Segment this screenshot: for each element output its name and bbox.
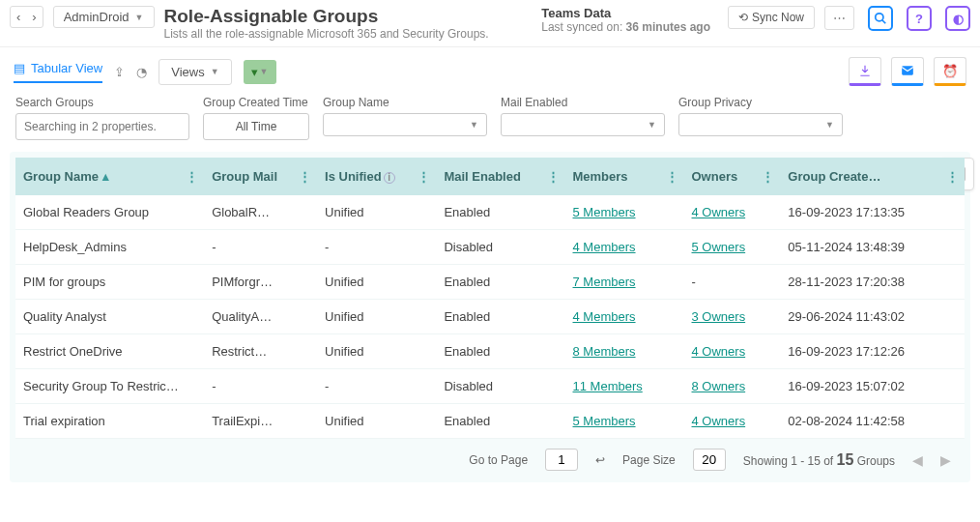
sync-title: Teams Data xyxy=(541,6,710,20)
download-icon xyxy=(858,64,872,77)
table-row[interactable]: HelpDesk_Admins--Disabled4 Members5 Owne… xyxy=(15,230,965,265)
group-name-select[interactable]: ▼ xyxy=(323,113,487,136)
showing-text: Showing 1 - 15 of 15 Groups xyxy=(743,451,895,469)
owners-link[interactable]: 5 Owners xyxy=(692,240,746,254)
groups-table: Group Name▴⋮Group Mail⋮Is Unifiedi⋮Mail … xyxy=(15,158,965,439)
schedule-button[interactable]: ⏰ xyxy=(934,57,966,86)
column-menu-icon[interactable]: ⋮ xyxy=(762,169,774,184)
owners-link[interactable]: 3 Owners xyxy=(692,309,746,324)
created-time-select[interactable]: All Time xyxy=(203,113,309,140)
members-link[interactable]: 4 Members xyxy=(573,240,636,254)
nav-back-forward[interactable]: ‹ › xyxy=(10,6,43,28)
sync-now-button[interactable]: ⟲ Sync Now xyxy=(728,6,815,29)
members-link[interactable]: 5 Members xyxy=(573,414,636,428)
activity-button[interactable]: ◐ xyxy=(945,6,970,31)
breadcrumb-label: AdminDroid xyxy=(64,10,130,24)
page-title: Role-Assignable Groups xyxy=(164,6,533,27)
goto-submit[interactable]: ↩ xyxy=(595,453,605,467)
next-page[interactable]: ▶ xyxy=(940,452,951,468)
export-icon[interactable]: ⇪ xyxy=(114,65,125,79)
download-button[interactable] xyxy=(849,57,881,86)
search-icon xyxy=(874,12,887,25)
breadcrumb[interactable]: AdminDroid ▼ xyxy=(53,6,155,28)
chart-icon[interactable]: ◔ xyxy=(136,65,147,79)
members-link[interactable]: 8 Members xyxy=(573,344,636,359)
tabular-view-tab[interactable]: ▤ Tabular View xyxy=(14,61,102,83)
table-row[interactable]: Quality AnalystQualityA…UnifiedEnabled4 … xyxy=(15,300,965,334)
owners-link[interactable]: 4 Owners xyxy=(692,205,746,219)
chevron-down-icon: ▼ xyxy=(648,120,656,130)
column-header[interactable]: Owners⋮ xyxy=(684,158,781,195)
mail-enabled-select[interactable]: ▼ xyxy=(501,113,665,136)
refresh-icon: ⟲ xyxy=(738,11,748,24)
more-button[interactable]: ⋯ xyxy=(824,6,854,30)
chevron-down-icon: ▼ xyxy=(135,13,144,22)
members-link[interactable]: 7 Members xyxy=(573,275,636,289)
column-menu-icon[interactable]: ⋮ xyxy=(299,169,311,184)
group-privacy-label: Group Privacy xyxy=(678,96,843,109)
alarm-icon: ⏰ xyxy=(942,64,958,78)
filter-button[interactable]: ▾ ▼ xyxy=(244,60,276,84)
members-link[interactable]: 5 Members xyxy=(573,205,636,219)
group-privacy-select[interactable]: ▼ xyxy=(678,113,843,136)
column-menu-icon[interactable]: ⋮ xyxy=(418,169,430,184)
column-header[interactable]: Group Name▴⋮ xyxy=(15,158,204,195)
nav-forward-icon[interactable]: › xyxy=(26,7,42,27)
search-input[interactable] xyxy=(15,113,189,140)
column-header[interactable]: Group Create…⋮ xyxy=(780,158,965,195)
mail-icon xyxy=(900,64,915,77)
svg-point-0 xyxy=(876,14,883,21)
prev-page[interactable]: ◀ xyxy=(912,452,923,468)
owners-link[interactable]: 4 Owners xyxy=(692,414,746,428)
members-link[interactable]: 4 Members xyxy=(573,309,636,324)
column-header[interactable]: Members⋮ xyxy=(565,158,684,195)
chevron-down-icon: ▼ xyxy=(470,120,478,130)
pager: Go to Page ↩ Page Size Showing 1 - 15 of… xyxy=(15,439,965,473)
svg-line-1 xyxy=(882,20,886,24)
help-button[interactable]: ? xyxy=(907,6,932,31)
column-header[interactable]: Group Mail⋮ xyxy=(204,158,317,195)
owners-link[interactable]: 4 Owners xyxy=(692,344,746,359)
created-time-label: Group Created Time xyxy=(203,96,309,109)
funnel-icon: ▾ xyxy=(251,65,258,79)
table-row[interactable]: Restrict OneDriveRestrict…UnifiedEnabled… xyxy=(15,334,965,369)
sort-asc-icon: ▴ xyxy=(102,169,109,184)
table-row[interactable]: Trial expirationTrailExpi…UnifiedEnabled… xyxy=(15,404,965,439)
table-row[interactable]: Global Readers GroupGlobalR…UnifiedEnabl… xyxy=(15,195,965,230)
page-size-input[interactable] xyxy=(693,449,726,471)
members-link[interactable]: 11 Members xyxy=(573,379,643,393)
mail-enabled-label: Mail Enabled xyxy=(501,96,665,109)
table-row[interactable]: Security Group To Restric…--Disabled11 M… xyxy=(15,369,965,404)
table-row[interactable]: PIM for groupsPIMforgr…UnifiedEnabled7 M… xyxy=(15,265,965,300)
page-subtitle: Lists all the role-assignable Microsoft … xyxy=(164,27,533,41)
goto-page-input[interactable] xyxy=(545,449,578,471)
group-name-label: Group Name xyxy=(323,96,487,109)
sync-status: Last synced on: 36 minutes ago xyxy=(541,20,710,34)
column-header[interactable]: Mail Enabled⋮ xyxy=(436,158,564,195)
views-dropdown[interactable]: Views ▼ xyxy=(159,59,231,85)
nav-back-icon[interactable]: ‹ xyxy=(11,7,26,27)
chevron-down-icon: ▼ xyxy=(211,67,219,76)
search-label: Search Groups xyxy=(15,96,189,109)
document-icon: ▤ xyxy=(14,61,25,75)
column-menu-icon[interactable]: ⋮ xyxy=(666,169,678,184)
column-menu-icon[interactable]: ⋮ xyxy=(547,169,560,184)
owners-link[interactable]: 8 Owners xyxy=(692,379,746,393)
chevron-down-icon: ▼ xyxy=(825,120,834,130)
column-menu-icon[interactable]: ⋮ xyxy=(946,169,959,184)
email-button[interactable] xyxy=(891,57,924,86)
chevron-down-icon: ▼ xyxy=(260,67,269,76)
column-menu-icon[interactable]: ⋮ xyxy=(186,169,198,184)
info-icon: i xyxy=(384,172,395,184)
column-header[interactable]: Is Unifiedi⋮ xyxy=(317,158,436,195)
search-button[interactable] xyxy=(868,6,893,31)
